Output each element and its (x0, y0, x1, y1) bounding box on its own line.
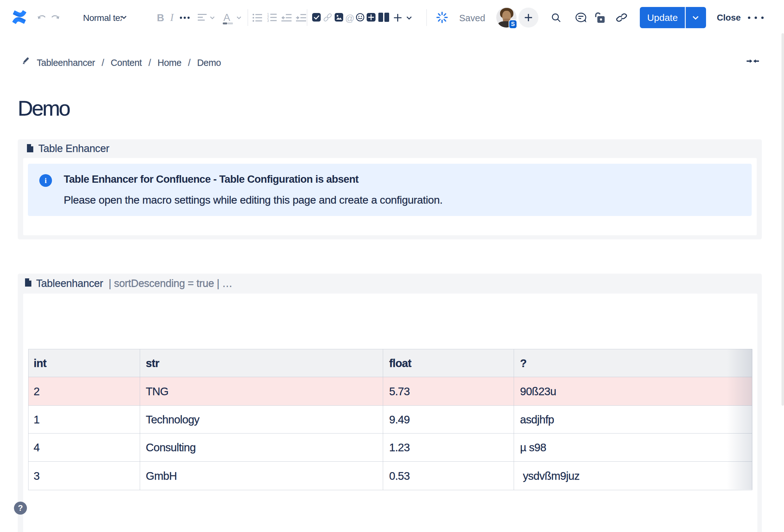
svg-text:3: 3 (267, 19, 269, 22)
